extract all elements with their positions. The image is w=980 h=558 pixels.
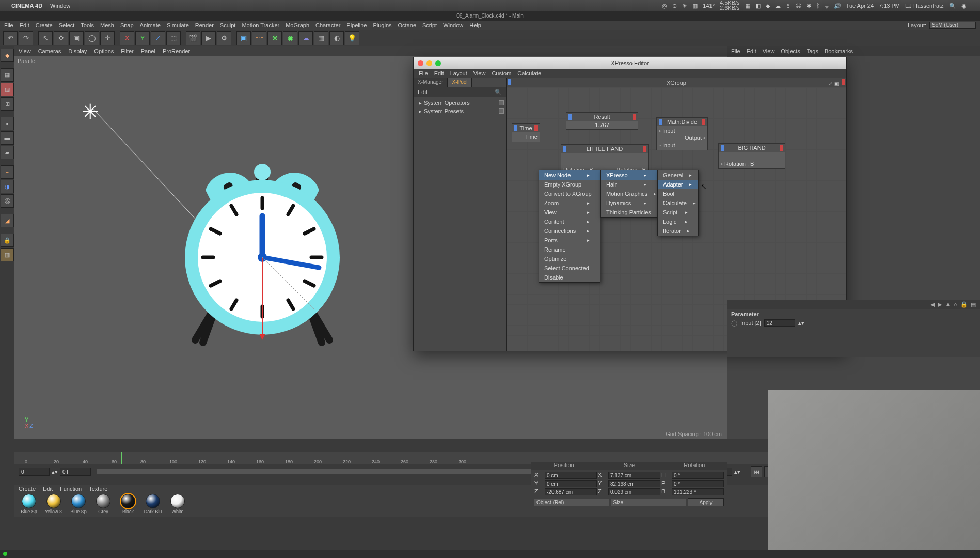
add-spline[interactable]: 〰	[252, 31, 266, 45]
menubar-icon[interactable]: ☁	[775, 3, 781, 9]
current-frame-field[interactable]	[19, 468, 50, 476]
coord-field[interactable]	[672, 472, 724, 479]
lock-icon[interactable]: 🔒	[1, 234, 14, 247]
axis-mode[interactable]: ⌐	[1, 165, 14, 179]
xp-menu-custom[interactable]: Custom	[492, 70, 511, 76]
light-icon[interactable]: 💡	[345, 31, 359, 45]
user[interactable]: EJ Hassenfratz	[905, 3, 944, 9]
xp-tree-item[interactable]: ▸ System Presets	[416, 107, 504, 115]
menu-tools[interactable]: Tools	[81, 22, 94, 28]
ctx-view[interactable]: View▸	[539, 208, 600, 217]
nav-lock-icon[interactable]: 🔒	[960, 301, 968, 308]
material-swatch[interactable]: White	[166, 494, 189, 514]
ctx-dynamics[interactable]: Dynamics▸	[601, 198, 657, 208]
point-mode[interactable]: ▪	[1, 117, 14, 130]
vp-menu-view[interactable]: View	[19, 48, 31, 54]
mat-menu-create[interactable]: Create	[19, 486, 36, 492]
nav-fwd-icon[interactable]: ▶	[938, 301, 942, 308]
menu-window[interactable]: Window	[443, 22, 463, 28]
menu-sculpt[interactable]: Sculpt	[220, 22, 236, 28]
ctx-select-connected[interactable]: Select Connected	[539, 264, 600, 273]
menubar-icon[interactable]: ⌘	[796, 3, 801, 9]
material-swatch[interactable]: Yellow S	[42, 494, 65, 514]
menu-plugins[interactable]: Plugins	[373, 22, 391, 28]
menubar-icon[interactable]: ◧	[755, 3, 761, 9]
menu-snap[interactable]: Snap	[120, 22, 134, 28]
ctx-empty-xgroup[interactable]: Empty XGroup	[539, 180, 600, 189]
menu-edit[interactable]: Edit	[20, 22, 29, 28]
stepper-icon[interactable]: ▴▾	[798, 320, 804, 327]
menubar-icon[interactable]: ✱	[807, 3, 811, 9]
coord-field[interactable]	[545, 480, 597, 487]
coord-field[interactable]	[672, 480, 724, 487]
om-menu-bookmarks[interactable]: Bookmarks	[825, 48, 853, 54]
ctx-thinking-particles[interactable]: Thinking Particles▸	[601, 208, 657, 217]
add-generator[interactable]: ❋	[267, 31, 282, 45]
om-menu-objects[interactable]: Objects	[781, 48, 800, 54]
menu-mograph[interactable]: MoGraph	[286, 22, 309, 28]
coord-field[interactable]	[545, 472, 597, 479]
vp-menu-prorender[interactable]: ProRender	[163, 48, 190, 54]
xp-menu-calculate[interactable]: Calculate	[517, 70, 541, 76]
select-tool[interactable]: ↖	[38, 31, 53, 45]
ctx-rename[interactable]: Rename	[539, 245, 600, 254]
ctx-bool[interactable]: Bool	[658, 189, 698, 198]
scale-tool[interactable]: ▣	[69, 31, 84, 45]
snap-toggle[interactable]: Ⓢ	[1, 194, 14, 208]
edge-mode[interactable]: ▬	[1, 131, 14, 145]
menu-help[interactable]: Help	[469, 22, 481, 28]
xpresso-titlebar[interactable]: XPresso Editor	[414, 57, 846, 69]
rotate-tool[interactable]: ◯	[85, 31, 99, 45]
node-big-hand[interactable]: BIG HAND ◦ Rotation . B	[718, 143, 785, 169]
material-swatch[interactable]: Grey	[92, 494, 115, 514]
alarm-clock-object[interactable]	[175, 154, 350, 350]
workplane-mode[interactable]: ⊞	[1, 97, 14, 111]
coord-field[interactable]	[608, 488, 660, 495]
ctx-disable[interactable]: Disable	[539, 273, 600, 282]
move-tool[interactable]: ✥	[54, 31, 68, 45]
tab-xmanager[interactable]: X-Manager	[414, 78, 448, 87]
menu-render[interactable]: Render	[195, 22, 214, 28]
material-swatch[interactable]: Blue Sp	[67, 494, 90, 514]
nav-back-icon[interactable]: ◀	[930, 301, 935, 308]
material-swatch[interactable]: Dark Blu	[141, 494, 164, 514]
redo-button[interactable]: ↷	[19, 31, 33, 45]
xp-menu-file[interactable]: File	[419, 70, 428, 76]
menubar-icon[interactable]: ⇪	[786, 3, 791, 9]
node-time[interactable]: Time Time	[512, 123, 540, 142]
render-region[interactable]: ▶	[201, 31, 216, 45]
notification-icon[interactable]: ≡	[972, 3, 975, 9]
axis-z-toggle[interactable]: Z	[151, 31, 165, 45]
axis-x-toggle[interactable]: X	[120, 31, 134, 45]
vp-menu-display[interactable]: Display	[68, 48, 87, 54]
node-result[interactable]: Result 1.767	[566, 112, 638, 130]
menu-motiontracker[interactable]: Motion Tracker	[242, 22, 279, 28]
nav-menu-icon[interactable]: ▤	[971, 301, 976, 308]
coord-field[interactable]	[672, 488, 724, 495]
ctx-calculate[interactable]: Calculate▸	[658, 198, 698, 208]
add-deformer[interactable]: ◉	[283, 31, 297, 45]
poly-mode[interactable]: ▰	[1, 146, 14, 159]
siri-icon[interactable]: ◉	[961, 3, 967, 9]
make-editable[interactable]: ◆	[1, 49, 14, 62]
ctx-convert-xgroup[interactable]: Convert to XGroup	[539, 189, 600, 198]
xp-edit-bar[interactable]: Edit 🔍	[414, 87, 506, 97]
vp-menu-cameras[interactable]: Cameras	[38, 48, 61, 54]
mat-menu-function[interactable]: Function	[60, 486, 82, 492]
workplane-tool[interactable]: ◢	[1, 214, 14, 227]
om-menu-file[interactable]: File	[731, 48, 740, 54]
menu-select[interactable]: Select	[59, 22, 75, 28]
add-camera[interactable]: ▦	[314, 31, 328, 45]
mac-menu-window[interactable]: Window	[50, 3, 70, 9]
mat-menu-texture[interactable]: Texture	[89, 486, 107, 492]
menubar-icon[interactable]: ▦	[745, 3, 750, 9]
render-settings[interactable]: ⚙	[217, 31, 231, 45]
spotlight-icon[interactable]: 🔍	[949, 3, 956, 9]
ctx-hair[interactable]: Hair▸	[601, 180, 657, 189]
range-start-field[interactable]	[60, 468, 91, 476]
menu-character[interactable]: Character	[315, 22, 340, 28]
model-mode[interactable]: ▦	[1, 68, 14, 82]
xp-menu-view[interactable]: View	[473, 70, 486, 76]
misc-tool[interactable]: ▥	[1, 248, 14, 261]
apply-button[interactable]: Apply	[688, 498, 724, 506]
